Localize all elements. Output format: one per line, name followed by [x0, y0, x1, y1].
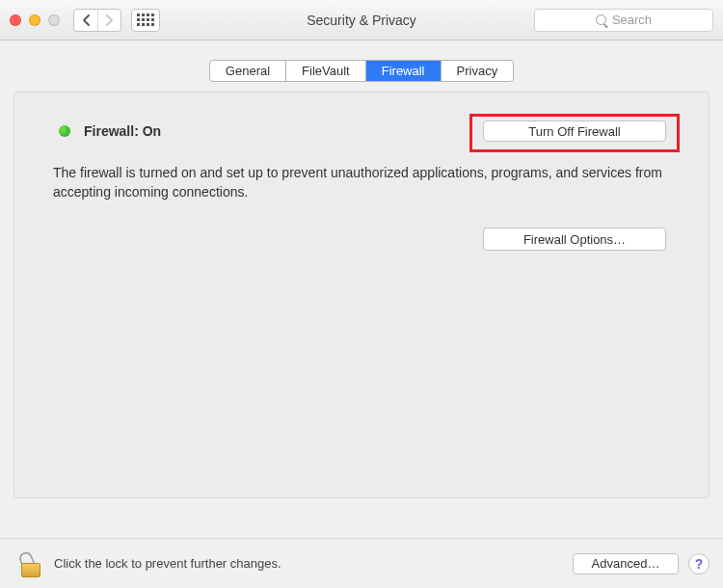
- help-button[interactable]: ?: [688, 553, 710, 575]
- show-all-button[interactable]: [131, 9, 160, 32]
- tab-bar: General FileVault Firewall Privacy: [13, 60, 710, 82]
- firewall-status-label: Firewall: On: [84, 123, 161, 139]
- search-placeholder: Search: [612, 13, 652, 27]
- lock-hint-text: Click the lock to prevent further change…: [54, 556, 281, 571]
- tab-firewall[interactable]: Firewall: [365, 61, 441, 81]
- status-indicator-icon: [59, 125, 70, 137]
- firewall-panel: Firewall: On Turn Off Firewall The firew…: [13, 92, 710, 498]
- window-title: Security & Privacy: [307, 13, 416, 28]
- tab-general[interactable]: General: [210, 61, 285, 81]
- firewall-description: The firewall is turned on and set up to …: [53, 164, 670, 201]
- minimize-window-button[interactable]: [29, 14, 40, 26]
- back-button[interactable]: [74, 10, 97, 31]
- zoom-window-button[interactable]: [48, 14, 60, 26]
- tab-strip: General FileVault Firewall Privacy: [209, 60, 514, 82]
- search-field[interactable]: Search: [534, 9, 713, 32]
- content-area: General FileVault Firewall Privacy Firew…: [0, 40, 723, 498]
- tab-filevault[interactable]: FileVault: [285, 61, 365, 81]
- tab-privacy[interactable]: Privacy: [441, 61, 514, 81]
- grid-icon: [137, 13, 154, 26]
- search-icon: [596, 14, 606, 25]
- close-window-button[interactable]: [10, 14, 21, 26]
- nav-buttons: [73, 9, 121, 32]
- lock-icon[interactable]: [21, 550, 42, 577]
- firewall-options-button[interactable]: Firewall Options…: [483, 227, 666, 251]
- footer: Click the lock to prevent further change…: [0, 538, 723, 588]
- titlebar: Security & Privacy Search: [0, 0, 723, 40]
- window-controls: [10, 14, 60, 26]
- advanced-button[interactable]: Advanced…: [573, 553, 679, 575]
- turn-off-firewall-button[interactable]: Turn Off Firewall: [483, 120, 666, 142]
- forward-button: [97, 10, 120, 31]
